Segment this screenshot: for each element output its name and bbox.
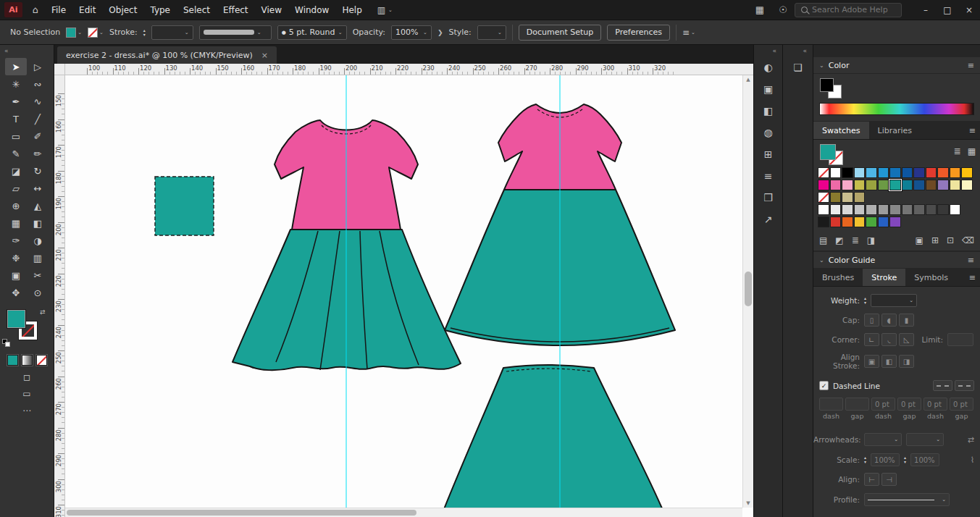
gradient-button[interactable] [22, 355, 33, 366]
swatch-pattern[interactable] [830, 192, 842, 203]
artboard-tool[interactable]: ▣ [5, 266, 27, 284]
dock-collapse-icon[interactable]: « [783, 45, 813, 56]
swap-fill-stroke-icon[interactable]: ⇄ [40, 308, 46, 316]
align-stroke-button[interactable]: ▣ [864, 355, 879, 368]
swatch[interactable] [830, 204, 842, 215]
swatch[interactable] [937, 167, 949, 178]
panel-menu-icon[interactable]: ≡ [969, 273, 980, 282]
symbol-sprayer-tool[interactable]: ❉ [5, 249, 27, 266]
swatch[interactable] [902, 180, 913, 190]
workspace-switcher[interactable]: ▥ ⌄ [377, 5, 393, 15]
canvas[interactable]: ▲ ▼ [65, 75, 753, 517]
swatch[interactable] [854, 180, 866, 190]
swatch[interactable] [866, 167, 877, 178]
none-button[interactable] [36, 355, 47, 366]
ruler-origin-corner[interactable] [54, 64, 65, 75]
scale-end-field[interactable]: 100% [910, 453, 939, 466]
screen-mode-button[interactable]: ▭ [0, 389, 54, 399]
vertical-scrollbar[interactable]: ▲ ▼ [742, 75, 753, 508]
profile-dropdown[interactable]: ⌄ [864, 493, 950, 506]
collapse-caret-icon[interactable]: ⌄ [819, 62, 824, 69]
paintbrush-tool[interactable]: ✐ [27, 127, 49, 145]
dash-gap-field[interactable] [819, 398, 843, 411]
link-scale-icon[interactable]: ⌇ [971, 455, 974, 465]
swatch[interactable] [854, 204, 866, 215]
align-panel-icon[interactable]: ≡ [754, 165, 782, 187]
edit-toolbar-button[interactable]: ⋯ [0, 405, 54, 416]
cap-button[interactable]: ▮ [899, 314, 914, 327]
selected-rectangle[interactable] [155, 177, 214, 235]
swatch-none[interactable] [818, 192, 829, 203]
pathfinder-panel-icon[interactable]: ❒ [754, 187, 782, 209]
swatch[interactable] [913, 180, 925, 190]
gradient-panel-icon[interactable]: ◧ [754, 100, 782, 122]
color-spectrum-bar[interactable] [819, 103, 974, 115]
scale-start-stepper[interactable]: ▴▾ [864, 455, 866, 464]
limit-field[interactable] [947, 333, 973, 346]
draw-mode-button[interactable]: ◻ [0, 372, 54, 382]
layers-panel-icon[interactable]: ❏ [783, 56, 813, 78]
rotate-tool[interactable]: ↻ [27, 162, 49, 180]
illustrator-logo-icon[interactable]: Ai [4, 2, 22, 17]
horizontal-ruler[interactable]: 1001101201301401501601701801902002102202… [65, 64, 753, 75]
menu-file[interactable]: File [45, 0, 72, 20]
hand-tool[interactable]: ✥ [5, 284, 27, 301]
swatch[interactable] [950, 204, 961, 215]
artboard[interactable] [65, 75, 753, 517]
swatch-options-icon[interactable]: ◨ [867, 235, 875, 245]
width-tool[interactable]: ↔ [27, 180, 49, 197]
shaper-tool[interactable]: ✎ [5, 145, 27, 162]
swatch[interactable] [878, 180, 889, 190]
maximize-button[interactable]: □ [937, 0, 958, 20]
align-options[interactable]: ≡ ⌄ [682, 28, 695, 38]
stroke-swatch[interactable] [88, 28, 98, 38]
swatch[interactable] [878, 204, 889, 215]
artwork-skirt-piece[interactable] [444, 365, 662, 516]
dash-gap-field[interactable]: 0 pt [897, 398, 921, 411]
chevron-right-icon[interactable]: ❯ [437, 29, 443, 36]
menu-type[interactable]: Type [143, 0, 177, 20]
swatch-themes-icon[interactable]: ◩ [835, 235, 843, 245]
artboards-panel-icon[interactable]: ▣ [754, 78, 782, 100]
color-panel-icon[interactable]: ◐ [754, 56, 782, 78]
swatch[interactable] [830, 167, 842, 178]
new-color-group-icon[interactable]: ▣ [916, 235, 924, 245]
tab-symbols[interactable]: Symbols [905, 269, 957, 286]
toolbar-collapse-icon[interactable]: « [0, 45, 54, 58]
panel-menu-icon[interactable]: ≡ [968, 256, 974, 265]
direct-selection-tool[interactable]: ▷ [27, 58, 49, 75]
stroke-weight-stepper[interactable]: ▴▾ [143, 28, 146, 37]
cap-button[interactable]: ◖ [881, 314, 897, 327]
help-search[interactable] [795, 3, 902, 17]
menu-view[interactable]: View [255, 0, 288, 20]
stroke-weight-field[interactable]: ⌄ [151, 25, 193, 40]
weight-stepper[interactable]: ▴▾ [864, 296, 866, 305]
swatch[interactable] [818, 180, 829, 190]
swatch-none[interactable] [818, 167, 829, 178]
pencil-tool[interactable]: ✏ [27, 145, 49, 162]
swatch[interactable] [878, 167, 889, 178]
document-setup-button[interactable]: Document Setup [519, 25, 602, 41]
tab-stroke[interactable]: Stroke [863, 269, 905, 286]
dash-gap-field[interactable] [845, 398, 869, 411]
swatch[interactable] [842, 204, 853, 215]
swatch-libraries-icon[interactable]: ▤ [819, 235, 827, 245]
swatch-folder-icon[interactable]: ⊡ [947, 235, 954, 245]
corner-button[interactable]: ∟ [864, 333, 879, 346]
swatch[interactable] [913, 204, 925, 215]
transform-panel-icon[interactable]: ⊞ [754, 143, 782, 165]
mesh-tool[interactable]: ▦ [5, 214, 27, 232]
blend-tool[interactable]: ◑ [27, 232, 49, 249]
swatch[interactable] [830, 217, 842, 227]
export-panel-icon[interactable]: ↗ [754, 209, 782, 230]
grid-view-icon[interactable]: ▦ [968, 146, 976, 156]
rectangle-tool[interactable]: ▭ [5, 127, 27, 145]
discover-icon[interactable]: ☉ [771, 4, 795, 15]
swatch[interactable] [961, 180, 973, 190]
type-tool[interactable]: T [5, 110, 27, 127]
dash-preset-button[interactable] [933, 380, 952, 391]
delete-swatch-icon[interactable]: ⌫ [962, 235, 974, 245]
eraser-tool[interactable]: ◪ [5, 162, 27, 180]
swatch[interactable] [818, 204, 829, 215]
default-fill-stroke-icon[interactable] [2, 339, 11, 348]
